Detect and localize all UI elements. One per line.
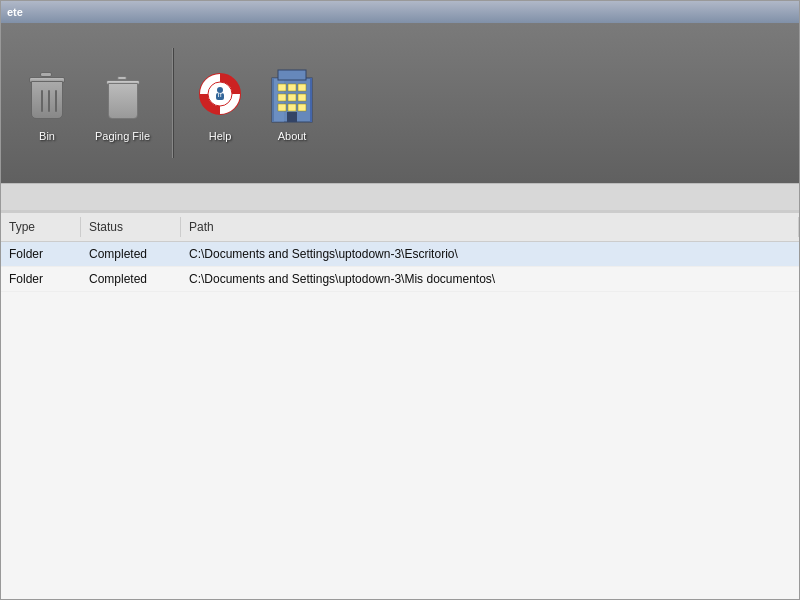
help-icon-container: IT [196,64,244,124]
toolbar-item-bin[interactable]: Bin [11,56,83,150]
table-row[interactable]: FolderCompletedC:\Documents and Settings… [1,242,799,267]
svg-rect-10 [278,84,286,91]
column-header-type: Type [1,217,81,237]
window-title: ete [7,6,23,18]
row-type: Folder [1,270,81,288]
svg-rect-18 [298,104,306,111]
svg-rect-11 [288,84,296,91]
table-header: Type Status Path [1,213,799,242]
bin-line [48,90,50,112]
row-type: Folder [1,245,81,263]
toolbar-item-help[interactable]: IT Help [184,56,256,150]
paging-bin-body [108,83,138,119]
content-area: Type Status Path FolderCompletedC:\Docum… [1,211,799,599]
bin-line [55,90,57,112]
row-status: Completed [81,270,181,288]
svg-rect-19 [287,112,297,122]
svg-rect-14 [288,94,296,101]
bin-icon-container [23,64,71,124]
svg-rect-15 [298,94,306,101]
bin-body [31,81,63,119]
bin-line [41,90,43,112]
toolbar: Bin Paging File [1,23,799,183]
toolbar-item-about[interactable]: About [256,56,328,150]
paging-file-icon [104,69,142,119]
row-status: Completed [81,245,181,263]
main-window: ete Bin [0,0,800,600]
table-body: FolderCompletedC:\Documents and Settings… [1,242,799,292]
svg-rect-17 [288,104,296,111]
svg-rect-13 [278,94,286,101]
svg-rect-7 [310,78,312,122]
svg-rect-12 [298,84,306,91]
column-header-status: Status [81,217,181,237]
svg-rect-9 [278,70,306,80]
title-bar: ete [1,1,799,23]
svg-rect-16 [278,104,286,111]
row-path: C:\Documents and Settings\uptodown-3\Esc… [181,245,799,263]
toolbar-help-label: Help [209,130,232,142]
toolbar-paging-label: Paging File [95,130,150,142]
svg-text:IT: IT [218,92,222,98]
about-building-icon [268,64,316,124]
recycle-bin-icon [28,69,66,119]
table-row[interactable]: FolderCompletedC:\Documents and Settings… [1,267,799,292]
column-header-path: Path [181,217,799,237]
toolbar-separator [172,48,174,158]
toolbar-bin-label: Bin [39,130,55,142]
sub-toolbar [1,183,799,211]
bin-lines [41,90,57,112]
svg-rect-6 [272,78,274,122]
row-path: C:\Documents and Settings\uptodown-3\Mis… [181,270,799,288]
toolbar-item-paging-file[interactable]: Paging File [83,56,162,150]
help-lifesaver-icon: IT [196,70,244,118]
paging-icon-container [99,64,147,124]
toolbar-about-label: About [278,130,307,142]
about-icon-container [268,64,316,124]
